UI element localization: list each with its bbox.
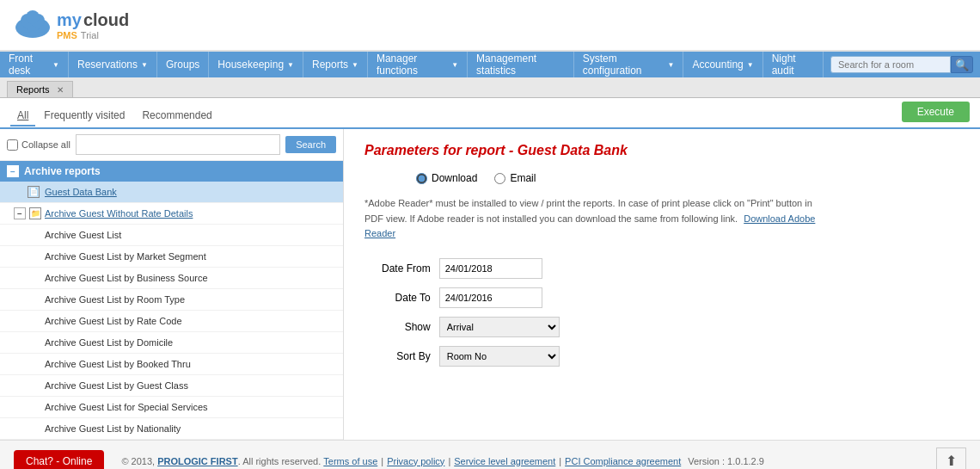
logo-text-area: my cloud PMS Trial bbox=[57, 10, 129, 40]
list-item[interactable]: Archive Guest List by Market Segment bbox=[0, 246, 343, 268]
report-title: Parameters for report - Guest Data Bank bbox=[364, 143, 959, 158]
navbar: Front desk ▼ Reservations ▼ Groups House… bbox=[0, 52, 980, 77]
form-row-dateto: Date To bbox=[382, 283, 560, 312]
tree-item-text: Archive Guest List by Room Type bbox=[45, 294, 185, 305]
item-icon-folder: 📁 bbox=[29, 207, 41, 219]
tree-item-text: Archive Guest List by Nationality bbox=[45, 423, 181, 434]
upload-button[interactable]: ⬆ bbox=[936, 447, 966, 469]
tree-item-label-gdb: Guest Data Bank bbox=[45, 187, 117, 197]
radio-email[interactable] bbox=[494, 173, 505, 184]
input-date-to[interactable] bbox=[439, 287, 542, 308]
tree-search-button[interactable]: Search bbox=[285, 136, 336, 153]
nav-arrow-accounting: ▼ bbox=[747, 61, 754, 69]
main-content: All Frequently visited Recommended Execu… bbox=[0, 98, 980, 440]
select-sort-by[interactable]: Room No Guest Name Date bbox=[439, 346, 560, 367]
archive-reports-header: − Archive reports bbox=[0, 161, 343, 182]
filter-tab-all[interactable]: All bbox=[10, 106, 35, 127]
search-room-input[interactable] bbox=[830, 56, 951, 73]
input-date-from[interactable] bbox=[439, 258, 542, 279]
tab-bar: Reports ✕ bbox=[0, 77, 980, 98]
footer-link-sla[interactable]: Service level agreement bbox=[454, 456, 555, 466]
tree-item-text: Archive Guest List for Special Services bbox=[45, 402, 208, 412]
radio-download-label[interactable]: Download bbox=[416, 172, 477, 184]
list-item[interactable]: Archive Guest List by Booked Thru bbox=[0, 354, 343, 375]
search-room-button[interactable]: 🔍 bbox=[951, 56, 973, 73]
nav-arrow-manager: ▼ bbox=[451, 61, 458, 69]
split-panel: Collapse all Search − Archive reports 📄 … bbox=[0, 129, 980, 440]
footer-version: Version : 1.0.1.2.9 bbox=[688, 456, 764, 466]
logo-area: my cloud PMS Trial bbox=[12, 9, 129, 41]
collapse-all-label[interactable]: Collapse all bbox=[7, 139, 70, 151]
search-bar: Collapse all Search bbox=[0, 129, 343, 161]
select-show[interactable]: Arrival Departure All bbox=[439, 317, 560, 337]
list-item[interactable]: Archive Guest List by Rate Code bbox=[0, 311, 343, 332]
footer-link-pci[interactable]: PCI Compliance agreement bbox=[565, 456, 681, 466]
collapse-all-checkbox[interactable] bbox=[7, 139, 18, 151]
list-item[interactable]: Archive Guest List by Room Type bbox=[0, 289, 343, 311]
nav-item-mgmtstats[interactable]: Management statistics bbox=[468, 52, 574, 77]
nav-arrow-sysconfig: ▼ bbox=[667, 61, 674, 69]
expand-icon-agwrd[interactable]: − bbox=[14, 207, 26, 219]
tab-reports[interactable]: Reports ✕ bbox=[7, 81, 73, 97]
chat-button[interactable]: Chat? - Online bbox=[14, 450, 104, 470]
tree-item-text: Archive Guest List bbox=[45, 230, 121, 240]
list-item[interactable]: Archive Guest List for Special Services bbox=[0, 397, 343, 418]
nav-item-reports[interactable]: Reports ▼ bbox=[303, 52, 368, 77]
section-expand-icon[interactable]: − bbox=[7, 165, 19, 177]
nav-item-frontdesk[interactable]: Front desk ▼ bbox=[0, 52, 69, 77]
label-date-from: Date From bbox=[382, 254, 439, 283]
nav-item-nightaudit[interactable]: Night audit bbox=[763, 52, 824, 77]
footer-company: PROLOGIC FIRST bbox=[157, 456, 238, 466]
nav-item-housekeeping[interactable]: Housekeeping ▼ bbox=[209, 52, 303, 77]
tree-item-text: Archive Guest List by Market Segment bbox=[45, 251, 206, 262]
list-item[interactable]: Archive Guest List bbox=[0, 225, 343, 246]
tab-reports-label: Reports bbox=[16, 84, 50, 95]
tree-search-input[interactable] bbox=[76, 134, 280, 155]
list-item[interactable]: Archive Guest List by Domicile bbox=[0, 332, 343, 354]
nav-item-accounting[interactable]: Accounting ▼ bbox=[683, 52, 763, 77]
form-row-sortby: Sort By Room No Guest Name Date bbox=[382, 342, 560, 371]
filter-tabs-row: All Frequently visited Recommended Execu… bbox=[0, 98, 980, 129]
right-panel: Parameters for report - Guest Data Bank … bbox=[344, 129, 980, 440]
tree-item-archive-guest-norates[interactable]: − 📁 Archive Guest Without Rate Details bbox=[0, 203, 343, 225]
item-icon-doc: 📄 bbox=[28, 186, 40, 198]
tree-container: − Archive reports 📄 Guest Data Bank − 📁 … bbox=[0, 161, 343, 440]
footer-link-terms[interactable]: Terms of use bbox=[323, 456, 377, 466]
radio-group: Download Email bbox=[416, 172, 959, 184]
nav-item-sysconfig[interactable]: System configuration ▼ bbox=[574, 52, 684, 77]
list-item[interactable]: Archive Guest List by Nationality bbox=[0, 418, 343, 440]
footer-copyright: © 2013, bbox=[121, 456, 155, 466]
nav-item-manager[interactable]: Manager functions ▼ bbox=[368, 52, 468, 77]
execute-button[interactable]: Execute bbox=[902, 102, 970, 122]
list-item[interactable]: Archive Guest List by Guest Class bbox=[0, 375, 343, 397]
filter-tab-frequently-visited[interactable]: Frequently visited bbox=[35, 106, 133, 125]
list-item[interactable]: Archive Guest List by Business Source bbox=[0, 268, 343, 289]
nav-arrow-housekeeping: ▼ bbox=[287, 61, 294, 69]
form-row-show: Show Arrival Departure All bbox=[382, 312, 560, 342]
logo-cloud: cloud bbox=[83, 10, 129, 30]
tree-item-text: Archive Guest List by Booked Thru bbox=[45, 359, 191, 369]
tree-item-guest-data-bank[interactable]: 📄 Guest Data Bank bbox=[0, 182, 343, 203]
tree-item-text: Archive Guest List by Business Source bbox=[45, 273, 208, 283]
form-row-datefrom: Date From bbox=[382, 254, 560, 283]
radio-email-label[interactable]: Email bbox=[494, 172, 536, 184]
tree-item-text: Archive Guest List by Guest Class bbox=[45, 380, 188, 391]
label-date-to: Date To bbox=[382, 283, 439, 312]
nav-item-reservations[interactable]: Reservations ▼ bbox=[69, 52, 157, 77]
nav-search-area: 🔍 bbox=[824, 52, 980, 77]
footer-link-privacy[interactable]: Privacy policy bbox=[387, 456, 444, 466]
nav-arrow-reports: ▼ bbox=[352, 61, 358, 69]
tree-item-text: Archive Guest List by Rate Code bbox=[45, 316, 182, 326]
filter-tab-recommended[interactable]: Recommended bbox=[133, 106, 220, 125]
info-text-block: *Adobe Reader* must be installed to view… bbox=[364, 196, 829, 242]
nav-item-groups[interactable]: Groups bbox=[157, 52, 209, 77]
svg-point-6 bbox=[26, 10, 40, 24]
tab-close-icon[interactable]: ✕ bbox=[57, 85, 64, 95]
tree-item-label-agwrd: Archive Guest Without Rate Details bbox=[45, 208, 193, 219]
label-show: Show bbox=[382, 312, 439, 342]
left-panel: Collapse all Search − Archive reports 📄 … bbox=[0, 129, 344, 440]
radio-download[interactable] bbox=[416, 173, 427, 184]
logo-pms: PMS bbox=[57, 30, 77, 40]
cloud-logo-icon bbox=[12, 9, 53, 41]
nav-arrow-frontdesk: ▼ bbox=[52, 61, 59, 69]
